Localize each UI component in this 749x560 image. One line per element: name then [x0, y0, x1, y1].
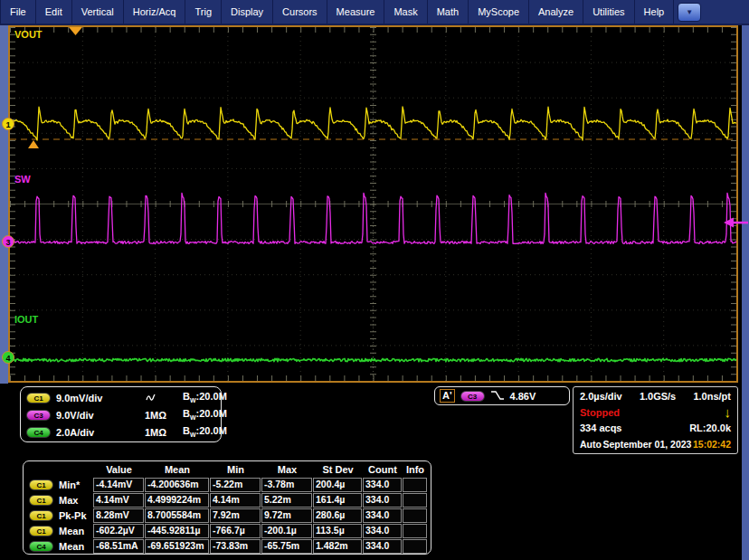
ch4-scale: 2.0A/div [56, 427, 145, 438]
trace-label-iout: IOUT [14, 314, 38, 325]
sample-rate: 1.0GS/s [640, 391, 676, 402]
header-value: Value [93, 462, 145, 478]
menu-help[interactable]: Help [635, 0, 675, 24]
ch4-impedance: 1MΩ [145, 427, 183, 438]
menu-vertical[interactable]: Vertical [72, 0, 124, 24]
menu-horiz-acq[interactable]: Horiz/Acq [124, 0, 186, 24]
chevron-down-icon: ▼ [686, 8, 693, 16]
ch4-pill[interactable]: C4 [26, 427, 51, 438]
menu-mask[interactable]: Mask [384, 0, 427, 24]
row-name: Pk-Pk [59, 510, 87, 521]
row-name: Mean [59, 541, 84, 552]
graticule-grid [10, 27, 736, 381]
row-source-pill[interactable]: C4 [29, 541, 53, 552]
menu-math[interactable]: Math [428, 0, 469, 24]
ch1-pill[interactable]: C1 [26, 393, 51, 403]
trigger-mode-badge: A' [440, 389, 455, 403]
ac-coupling-icon [145, 392, 183, 404]
menu-bar: File Edit Vertical Horiz/Acq Trig Displa… [0, 0, 749, 25]
date-label: September 01, 2023 [602, 439, 691, 450]
ch3-scale: 9.0V/div [56, 410, 145, 421]
timebase-scale: 2.0µs/div [580, 391, 622, 402]
menu-myscope[interactable]: MyScope [469, 0, 529, 24]
header-info: Info [403, 462, 428, 478]
header-stdev: St Dev [313, 462, 363, 478]
oscilloscope-app: File Edit Vertical Horiz/Acq Trig Displa… [0, 0, 749, 560]
menu-display[interactable]: Display [222, 0, 273, 24]
measurement-table: Value Mean Min Max St Dev Count Info C1M… [23, 460, 431, 555]
header-count: Count [363, 462, 403, 478]
row-name: Min* [59, 479, 80, 490]
ch1-ground-marker[interactable]: 1 [2, 118, 14, 130]
ch4-readout-row[interactable]: C4 2.0A/div 1MΩ BW:20.0M [26, 423, 215, 441]
menu-measure[interactable]: Measure [327, 0, 385, 24]
trace-label-sw: SW [14, 174, 31, 185]
horizontal-readout-box[interactable]: 2.0µs/div 1.0GS/s 1.0ns/pt Stopped ↓ 334… [573, 386, 738, 454]
ch3-ground-marker[interactable]: 3 [2, 235, 14, 248]
trigger-mode: Auto [580, 439, 602, 450]
ch3-bandwidth: BW:20.0M [183, 408, 227, 421]
header-mean: Mean [145, 462, 210, 478]
row-source-pill[interactable]: C1 [29, 495, 53, 506]
trigger-level-arrow[interactable] [724, 216, 748, 229]
menu-overflow-button[interactable]: ▼ [678, 3, 701, 22]
record-length: RL:20.0k [689, 422, 731, 433]
frame-strip-left [0, 25, 8, 384]
falling-edge-icon [490, 390, 505, 403]
acquisition-status: Stopped [580, 407, 620, 418]
measurement-header-row: Value Mean Min Max St Dev Count Info [26, 462, 428, 478]
measurement-row-mean-c4: C4Mean -68.51mA -69.651923m -73.83m -65.… [26, 539, 428, 555]
menu-utilities[interactable]: Utilities [583, 0, 634, 24]
arrow-down-icon: ↓ [725, 407, 732, 418]
ch1-bandwidth: BW:20.0M [183, 391, 227, 403]
measurement-row-min: C1Min* -4.14mV -4.200636m -5.22m -3.78m … [26, 478, 428, 493]
row-source-pill[interactable]: C1 [29, 479, 53, 490]
trigger-readout-box[interactable]: A' C3 4.86V [434, 386, 570, 405]
row-source-pill[interactable]: C1 [29, 510, 53, 521]
acquisition-count: 334 acqs [580, 422, 621, 433]
trace-label-vout: VOUT [14, 29, 43, 40]
measurement-row-max: C1Max 4.14mV 4.4999224m 4.14m 5.22m 161.… [26, 493, 428, 508]
measurement-row-pkpk: C1Pk-Pk 8.28mV 8.7005584m 7.92m 9.72m 28… [26, 508, 428, 524]
ch1-scale: 9.0mV/div [56, 393, 145, 403]
row-name: Max [59, 495, 78, 506]
header-min: Min [210, 462, 261, 478]
graticule-svg [10, 27, 736, 381]
trigger-level-value: 4.86V [510, 391, 536, 402]
frame-strip-right [742, 25, 749, 560]
trigger-position-marker[interactable] [69, 27, 82, 35]
row-name: Mean [59, 526, 84, 536]
waveform-display[interactable]: VOUT SW IOUT [8, 25, 738, 383]
menu-file[interactable]: File [0, 0, 36, 24]
menu-cursors[interactable]: Cursors [273, 0, 327, 24]
menu-analyze[interactable]: Analyze [529, 0, 583, 24]
ch4-bandwidth: BW:20.0M [183, 425, 227, 438]
row-source-pill[interactable]: C1 [29, 526, 53, 536]
menu-edit[interactable]: Edit [36, 0, 72, 24]
ch1-readout-row[interactable]: C1 9.0mV/div BW:20.0M [26, 389, 215, 406]
ch3-readout-row[interactable]: C3 9.0V/div 1MΩ BW:20.0M [26, 406, 215, 423]
ch1-reference-marker[interactable] [28, 140, 39, 148]
sample-resolution: 1.0ns/pt [693, 391, 731, 402]
header-max: Max [261, 462, 313, 478]
ch4-ground-marker[interactable]: 4 [2, 351, 14, 364]
trigger-source-pill[interactable]: C3 [460, 391, 485, 402]
channel-readout-box: C1 9.0mV/div BW:20.0M C3 9.0V/div 1MΩ BW… [20, 386, 222, 442]
header-blank [26, 462, 93, 478]
measurement-row-mean-c1: C1Mean -602.2µV -445.92811µ -766.7µ -200… [26, 524, 428, 539]
time-label: 15:02:42 [693, 439, 731, 450]
ch3-impedance: 1MΩ [145, 410, 183, 421]
ch3-pill[interactable]: C3 [26, 410, 51, 421]
menu-trig[interactable]: Trig [185, 0, 222, 24]
